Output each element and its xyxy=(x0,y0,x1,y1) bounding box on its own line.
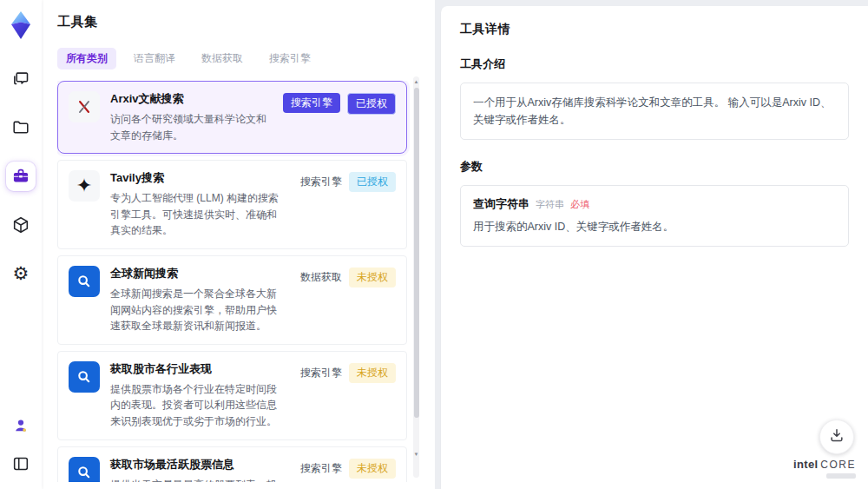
intel-badge-subline xyxy=(826,473,856,479)
list-scrollbar[interactable]: ▲ ▼ xyxy=(413,76,419,478)
scrollbar-up-icon[interactable]: ▲ xyxy=(413,79,419,84)
nav-rail: ⚙ xyxy=(0,0,42,489)
download-button[interactable] xyxy=(819,420,854,454)
tool-category-tag: 搜索引擎 xyxy=(300,172,342,192)
search-blue-icon xyxy=(69,266,100,297)
intel-core-badge: intelCORE xyxy=(793,458,856,479)
tool-description: 提供当天交易量最高的股票列表。投资者可以利用这些信息来识别流动性强的股票和潜在的… xyxy=(110,477,279,482)
tool-description: 访问各个研究领域大量科学论文和文章的存储库。 xyxy=(110,111,273,143)
tool-name: 获取股市各行业表现 xyxy=(110,361,279,377)
chat-icon xyxy=(11,69,30,89)
gear-icon: ⚙ xyxy=(13,265,30,283)
tool-category-tag: 搜索引擎 xyxy=(283,93,340,113)
scrollbar-thumb[interactable] xyxy=(414,88,419,418)
tool-auth-badge: 未授权 xyxy=(349,459,396,479)
sidebar-item-toolset[interactable] xyxy=(6,162,36,191)
intel-logo-text: intel xyxy=(793,458,818,471)
tool-description: 专为人工智能代理 (LLM) 构建的搜索引擎工具。可快速提供实时、准确和真实的结… xyxy=(110,190,279,239)
toolset-panel: 工具集 所有类别语言翻译数据获取搜索引擎 Arxiv文献搜索 访问各个研究领域大… xyxy=(42,0,435,489)
tool-description: 提供股票市场各个行业在特定时间段内的表现。投资者可以利用这些信息来识别表现优于或… xyxy=(110,381,279,430)
category-tab[interactable]: 语言翻译 xyxy=(125,48,184,69)
core-logo-text: CORE xyxy=(820,459,856,471)
avatar-icon xyxy=(11,416,30,435)
search-blue-icon xyxy=(69,361,100,393)
parameter-required-flag: 必填 xyxy=(570,198,589,211)
details-title: 工具详情 xyxy=(460,22,849,37)
panel-toggle-icon xyxy=(11,454,30,473)
sidebar-item-chat[interactable] xyxy=(6,64,36,94)
cube-icon xyxy=(11,215,30,235)
intro-heading: 工具介绍 xyxy=(460,56,849,72)
tool-category-tag: 搜索引擎 xyxy=(300,459,342,479)
folder-icon xyxy=(11,118,30,137)
tool-details-panel: 工具详情 工具介绍 一个用于从Arxiv存储库搜索科学论文和文章的工具。 输入可… xyxy=(440,6,868,489)
parameter-name: 查询字符串 xyxy=(473,196,529,212)
tool-intro-text: 一个用于从Arxiv存储库搜索科学论文和文章的工具。 输入可以是Arxiv ID… xyxy=(460,83,849,140)
page-title: 工具集 xyxy=(57,14,419,30)
collapse-sidebar-button[interactable] xyxy=(6,449,36,479)
params-heading: 参数 xyxy=(460,159,849,175)
tool-list-item[interactable]: ✦ Tavily搜索 专为人工智能代理 (LLM) 构建的搜索引擎工具。可快速提… xyxy=(57,160,407,249)
search-blue-icon xyxy=(69,457,100,482)
sidebar-item-settings[interactable]: ⚙ xyxy=(6,259,36,288)
tavily-icon: ✦ xyxy=(69,170,100,202)
app-logo[interactable] xyxy=(8,10,34,40)
tool-list-item[interactable]: 全球新闻搜索 全球新闻搜索是一个聚合全球各大新闻网站内容的搜索引擎，帮助用户快速… xyxy=(57,255,407,345)
category-tab[interactable]: 所有类别 xyxy=(57,48,116,69)
toolbox-icon xyxy=(11,167,30,186)
category-tab[interactable]: 数据获取 xyxy=(193,48,252,69)
parameter-type: 字符串 xyxy=(536,198,564,211)
sidebar-item-packages[interactable] xyxy=(6,210,36,240)
tool-list-item[interactable]: 获取市场最活跃股票信息 提供当天交易量最高的股票列表。投资者可以利用这些信息来识… xyxy=(57,446,407,482)
tool-name: 获取市场最活跃股票信息 xyxy=(110,457,279,472)
download-icon xyxy=(828,426,845,447)
category-tabs: 所有类别语言翻译数据获取搜索引擎 xyxy=(57,48,419,69)
sidebar-item-files[interactable] xyxy=(6,113,36,142)
tool-auth-badge: 未授权 xyxy=(349,363,396,383)
arxiv-icon xyxy=(69,91,100,122)
tool-auth-badge: 已授权 xyxy=(349,172,396,192)
tool-list: Arxiv文献搜索 访问各个研究领域大量科学论文和文章的存储库。 搜索引擎 已授… xyxy=(57,81,419,482)
tool-list-item[interactable]: Arxiv文献搜索 访问各个研究领域大量科学论文和文章的存储库。 搜索引擎 已授… xyxy=(57,81,407,154)
tool-name: Tavily搜索 xyxy=(110,170,279,186)
tool-category-tag: 数据获取 xyxy=(300,268,342,287)
tool-name: Arxiv文献搜索 xyxy=(110,91,273,107)
tool-category-tag: 搜索引擎 xyxy=(300,363,342,383)
scrollbar-down-icon[interactable]: ▼ xyxy=(413,452,419,457)
tool-auth-badge: 已授权 xyxy=(347,93,396,115)
tool-name: 全球新闻搜索 xyxy=(110,266,279,281)
tool-description: 全球新闻搜索是一个聚合全球各大新闻网站内容的搜索引擎，帮助用户快速获取全球最新资… xyxy=(110,286,279,334)
tool-auth-badge: 未授权 xyxy=(349,268,396,287)
user-profile-button[interactable] xyxy=(6,411,36,440)
tool-list-item[interactable]: 获取股市各行业表现 提供股票市场各个行业在特定时间段内的表现。投资者可以利用这些… xyxy=(57,351,407,440)
parameter-description: 用于搜索的Arxiv ID、关键字或作者姓名。 xyxy=(473,219,836,235)
parameter-card: 查询字符串 字符串 必填 用于搜索的Arxiv ID、关键字或作者姓名。 xyxy=(460,185,849,247)
category-tab[interactable]: 搜索引擎 xyxy=(260,48,319,69)
